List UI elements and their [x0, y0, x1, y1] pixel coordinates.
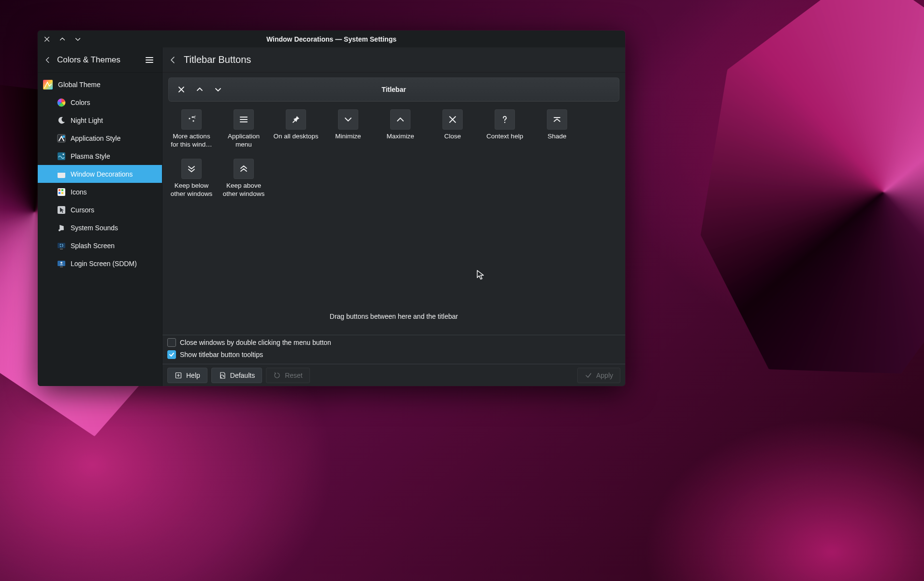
splash-screen-icon	[57, 241, 66, 250]
sidebar-item-label: Window Decorations	[71, 170, 132, 178]
shade-icon[interactable]	[547, 109, 567, 130]
palette-item-shade[interactable]: Shade	[534, 109, 580, 149]
palette-item-all-desktops[interactable]: On all desktops	[273, 109, 319, 149]
palette-item-keep-above[interactable]: Keep above other windows	[220, 159, 267, 198]
palette-item-label: Shade	[547, 133, 566, 141]
sidebar-item-colors[interactable]: Colors	[38, 93, 162, 111]
sidebar-header: Colors & Themes	[38, 47, 162, 73]
sidebar-item-system-sounds[interactable]: System Sounds	[38, 219, 162, 237]
svg-point-16	[62, 228, 64, 230]
sidebar-item-label: System Sounds	[71, 224, 118, 232]
preview-keep-above-button[interactable]	[195, 85, 205, 94]
window-titlebar[interactable]: Window Decorations — System Settings	[38, 30, 625, 47]
svg-point-26	[504, 122, 505, 123]
double-chevron-up-icon[interactable]	[234, 159, 254, 179]
pin-icon[interactable]	[286, 109, 306, 130]
icons-icon	[57, 188, 66, 196]
colors-icon	[57, 98, 66, 107]
global-theme-icon	[43, 79, 53, 90]
palette-item-label: On all desktops	[273, 133, 318, 141]
chevron-up-icon[interactable]	[390, 109, 411, 130]
window-close-button[interactable]	[43, 35, 51, 44]
option-close-dbl-click[interactable]: Close windows by double clicking the men…	[167, 338, 620, 347]
svg-rect-4	[58, 152, 65, 160]
checkbox[interactable]	[167, 338, 176, 347]
system-sounds-icon	[57, 223, 66, 232]
defaults-button[interactable]: Defaults	[211, 368, 262, 383]
palette-item-label: Application menu	[220, 133, 267, 149]
sidebar-menu-button[interactable]	[143, 53, 156, 67]
svg-rect-19	[60, 249, 63, 250]
window-decorations-icon	[57, 170, 66, 179]
system-settings-window: Window Decorations — System Settings Col…	[38, 30, 625, 386]
window-keep-above-button[interactable]	[58, 35, 67, 44]
svg-rect-8	[58, 172, 65, 173]
apply-button: Apply	[577, 368, 620, 383]
night-light-icon	[57, 116, 66, 125]
plasma-style-icon	[57, 152, 66, 161]
cursors-icon	[57, 206, 66, 214]
palette-item-label: Context help	[486, 133, 523, 141]
sidebar-item-label: Plasma Style	[71, 152, 110, 160]
content-pane: Titlebar Buttons Titlebar	[162, 47, 625, 386]
sidebar-item-label: Splash Screen	[71, 242, 115, 250]
checkbox[interactable]	[167, 350, 176, 359]
palette-item-label: Keep above other windows	[220, 182, 267, 198]
svg-rect-17	[58, 243, 65, 248]
option-show-tooltips[interactable]: Show titlebar button tooltips	[167, 350, 620, 359]
palette-item-label: Close	[444, 133, 461, 141]
palette-item-context-help[interactable]: Context help	[482, 109, 528, 149]
sidebar-item-label: Icons	[71, 188, 87, 196]
content-back-button[interactable]	[169, 56, 177, 64]
sidebar-item-splash-screen[interactable]: Splash Screen	[38, 237, 162, 254]
palette-item-label: Minimize	[335, 133, 361, 141]
preview-keep-below-button[interactable]	[213, 85, 223, 94]
sidebar-item-window-decorations[interactable]: Window Decorations	[38, 165, 162, 183]
reset-button: Reset	[266, 368, 310, 383]
palette-item-keep-below[interactable]: Keep below other windows	[168, 159, 215, 198]
sidebar-item-login-screen[interactable]: Login Screen (SDDM)	[38, 254, 162, 272]
double-chevron-down-icon[interactable]	[181, 159, 202, 179]
window-title: Window Decorations — System Settings	[38, 35, 625, 43]
hamburger-icon[interactable]	[234, 109, 254, 130]
sidebar-item-night-light[interactable]: Night Light	[38, 111, 162, 129]
palette-item-more-actions[interactable]: More actions for this wind…	[168, 109, 215, 149]
palette-hint: Drag buttons between here and the titleb…	[162, 310, 625, 335]
apply-button-label: Apply	[596, 372, 613, 379]
svg-rect-12	[59, 192, 60, 194]
sidebar-breadcrumb[interactable]: Colors & Themes	[57, 55, 138, 65]
page-title: Titlebar Buttons	[184, 54, 251, 65]
reset-button-label: Reset	[285, 372, 303, 379]
sidebar-item-label: Application Style	[71, 134, 121, 142]
more-actions-icon[interactable]	[181, 109, 202, 130]
sidebar-item-global-theme[interactable]: Global Theme	[38, 75, 162, 93]
palette-item-app-menu[interactable]: Application menu	[220, 109, 267, 149]
palette-item-close[interactable]: Close	[429, 109, 476, 149]
titlebar-preview[interactable]: Titlebar	[168, 77, 619, 102]
option-label: Show titlebar button tooltips	[180, 351, 263, 358]
palette-item-label: More actions for this wind…	[168, 133, 215, 149]
svg-rect-22	[60, 267, 63, 268]
sidebar-item-icons[interactable]: Icons	[38, 183, 162, 201]
titlebar-preview-label: Titlebar	[169, 86, 619, 93]
button-palette[interactable]: More actions for this wind…Application m…	[162, 102, 625, 203]
svg-rect-3	[62, 135, 65, 138]
help-button[interactable]: Help	[167, 368, 207, 383]
sidebar-item-cursors[interactable]: Cursors	[38, 201, 162, 219]
svg-rect-13	[61, 192, 63, 194]
sidebar-item-application-style[interactable]: Application Style	[38, 129, 162, 147]
option-label: Close windows by double clicking the men…	[180, 339, 331, 346]
options-panel: Close windows by double clicking the men…	[162, 335, 625, 364]
window-keep-below-button[interactable]	[73, 35, 82, 44]
svg-point-23	[189, 118, 190, 119]
palette-item-minimize[interactable]: Minimize	[325, 109, 371, 149]
application-style-icon	[57, 134, 66, 143]
palette-item-maximize[interactable]: Maximize	[377, 109, 424, 149]
sidebar-back-button[interactable]	[44, 56, 52, 64]
preview-close-button[interactable]	[176, 85, 186, 94]
close-icon[interactable]	[442, 109, 463, 130]
sidebar-item-plasma-style[interactable]: Plasma Style	[38, 147, 162, 165]
chevron-down-icon[interactable]	[338, 109, 358, 130]
svg-point-21	[60, 262, 62, 264]
question-icon[interactable]	[495, 109, 515, 130]
